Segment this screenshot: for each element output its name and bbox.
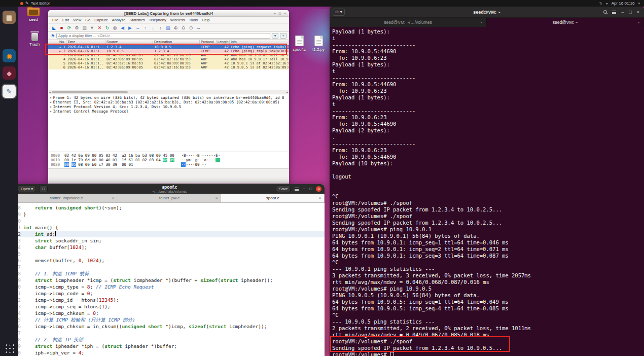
close-icon[interactable]: × [637,10,639,15]
close-tab-icon[interactable]: × [480,20,483,25]
goto-packet-icon[interactable]: → [134,24,141,31]
terminal-content[interactable]: Payload (1 bytes):i---------------------… [330,27,644,356]
save-button[interactable]: Save [276,186,291,192]
scrollbar-track[interactable] [51,91,287,94]
gedit-headerbar[interactable]: Open▾ □ spoof.c ~/…/seed-labs/volumes Sa… [15,184,325,194]
code-line[interactable]: 57 [15,264,325,270]
close-capture-icon[interactable]: ✕ [96,24,103,31]
scrollbar-thumb[interactable] [52,91,128,93]
terminal-tab[interactable]: seed@VM: ~/…/volumes× [330,18,487,27]
display-filter-input[interactable] [56,33,270,39]
code-line[interactable]: 69 struct ipheader *iph = (struct iphead… [15,343,325,349]
terminal-prompt-line[interactable]: root@VM:/volumes# [332,351,644,356]
code-line[interactable]: 48 return (unsigned short)(~sum); [15,204,325,211]
packet-row[interactable]: ← 22026-04-16 01:1..10.9.0.51.2.3.4ICMP4… [48,49,289,53]
code-line[interactable]: 59 struct icmpheader *icmp = (struct icm… [15,277,325,283]
code-line[interactable]: 68 // 2. 构造 IP 头部 [15,336,325,343]
menu-wireless[interactable]: Wireless [168,18,187,22]
expander-icon[interactable]: ▸ [50,104,52,109]
code-line[interactable]: 50 [15,218,325,224]
menu-go[interactable]: Go [83,18,92,22]
code-line[interactable]: 55 [15,251,325,257]
menu-edit[interactable]: Edit [60,18,71,22]
column-header-protocol[interactable]: Protocol [200,40,217,45]
menu-icon[interactable] [295,188,299,191]
column-header-time[interactable]: Time [66,40,105,45]
code-line[interactable]: 61 icmp->icmp_code = 0; [15,290,325,297]
close-tab-icon[interactable]: × [637,20,640,25]
minimize-icon[interactable]: − [303,187,305,191]
files-icon[interactable]: ▤ [3,11,16,24]
topbar-status-area[interactable]: ⇅ ● Apr 16 01:16 ▾ [599,1,640,6]
prev-packet-icon[interactable]: ◀ [119,24,126,31]
close-icon[interactable]: × [284,12,286,15]
open-button[interactable]: Open▾ [18,186,36,192]
first-packet-icon[interactable]: ↑ [142,24,149,31]
zoom-in-icon[interactable]: ⊕ [172,24,179,31]
code-line[interactable]: 52 int sd; [15,231,325,237]
open-capture-icon[interactable]: ▥ [81,24,88,31]
filter-add-button[interactable]: + [280,33,287,39]
hex-row[interactable]: 0010 00 1c 79 6d 00 00 40 01 1f 61 01 02… [51,158,289,162]
code-line[interactable]: 66 icmp->icmp_chksum = in_cksum((unsigne… [15,323,325,330]
firefox-icon[interactable]: ◉ [3,49,16,62]
detail-row[interactable]: ▸Internet Protocol Version 4, Src: 1.2.3… [50,104,289,109]
autoscroll-icon[interactable]: ↕ [157,24,164,31]
terminal-titlebar[interactable]: ⊞▾ seed@VM: ~ − □ × [330,7,644,18]
capture-options-icon[interactable]: ⚙ [74,24,80,31]
find-packet-icon[interactable]: ◎ [112,24,118,31]
code-line[interactable]: 60 icmp->icmp_type = 8; // ICMP Echo Req… [15,283,325,290]
menu-help[interactable]: Help [200,18,211,22]
close-tab-icon[interactable]: × [112,196,115,200]
scroll-right-icon[interactable]: ▸ [287,90,288,94]
detail-row[interactable]: ▸Frame 1: 42 bytes on wire (336 bits), 4… [50,95,289,100]
code-line[interactable]: 63 icmp->icmp_seq = htons(1); [15,303,325,310]
new-tab-button[interactable]: ⊞▾ [333,9,345,16]
menu-analyze[interactable]: Analyze [110,18,128,22]
expander-icon[interactable]: ▸ [50,95,52,100]
terminal-tab[interactable]: seed@VM: ~× [487,18,644,27]
next-packet-icon[interactable]: ▶ [127,24,133,31]
editor-tab-telnet_pw.c[interactable]: telnet_pw.c× [118,194,222,202]
text-editor-icon[interactable]: ✎ [3,85,16,98]
new-document-button[interactable]: □ [39,186,48,192]
last-packet-icon[interactable]: ↓ [150,24,156,31]
minimize-icon[interactable]: − [274,12,276,15]
show-applications-icon[interactable] [4,343,14,353]
search-icon[interactable] [603,10,607,14]
maximize-icon[interactable]: □ [309,187,312,191]
close-icon[interactable]: × [316,186,321,192]
packet-row[interactable]: 32026-04-16 01:1..02:42:0a:09:00:0502:42… [48,53,289,57]
colorize-icon[interactable]: ▤ [165,24,171,31]
app-icon[interactable]: ◆ [3,66,16,80]
filter-dropdown-button[interactable]: ▾ [272,33,278,39]
editor-tab-spoof.c[interactable]: spoof.c× [221,194,325,202]
minimize-icon[interactable]: − [621,10,624,15]
packet-row[interactable]: 62026-04-16 01:1..02:42:0a:09:00:0502:42… [48,65,289,69]
start-capture-icon[interactable]: ◣ [51,24,57,31]
desktop-icon-t1.2.py[interactable]: t1.2.py [307,35,330,52]
hex-row[interactable]: 0020 00 05 08 00 b0 c7 30 39 00 01 ·····… [51,162,289,167]
code-line[interactable]: 53 struct sockaddr_in sin; [15,237,325,244]
reload-icon[interactable]: ↻ [104,24,111,31]
ge-code[interactable]: 48 return (unsigned short)(~sum);49}5051… [15,203,325,356]
code-line[interactable]: 54 char buffer[1024]; [15,244,325,251]
column-header-destination[interactable]: Destination [153,40,200,45]
close-tab-icon[interactable]: × [216,196,218,200]
zoom-reset-icon[interactable]: ⊙ [188,24,194,31]
column-header-info[interactable]: Info [230,40,289,45]
zoom-out-icon[interactable]: ⊖ [180,24,187,31]
code-line[interactable]: 70 iph->iph_ver = 4; [15,349,325,356]
column-header-length[interactable]: Length [217,40,230,45]
menu-view[interactable]: View [71,18,83,22]
detail-row[interactable]: ▸Ethernet II, Src: 02:42:a2:16:ba:b3 (02… [50,100,289,104]
packet-row[interactable]: 52026-04-16 01:1..02:42:a2:16:ba:b302:42… [48,61,289,65]
code-line[interactable]: 51int main() { [15,224,325,231]
menu-tools[interactable]: Tools [187,18,200,22]
column-header-no[interactable]: No. [48,40,66,45]
expander-icon[interactable]: ▸ [50,100,52,104]
code-line[interactable]: 65 // 计算 ICMP 校验和 (只计算 ICMP 部分) [15,316,325,323]
code-line[interactable]: 56 memset(buffer, 0, 1024); [15,257,325,264]
packet-row[interactable]: 42026-04-16 01:1..02:42:0a:09:00:0502:42… [48,57,289,61]
active-app-name[interactable]: Text Editor [31,1,50,6]
